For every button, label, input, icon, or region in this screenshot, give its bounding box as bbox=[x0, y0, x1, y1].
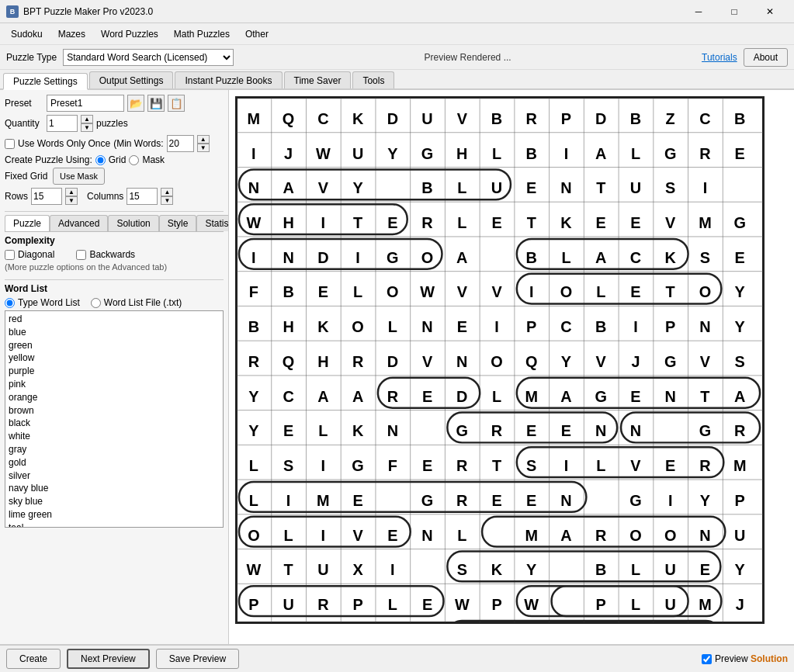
svg-text:R: R bbox=[387, 388, 398, 405]
quantity-spinner: ▲ ▼ bbox=[81, 115, 93, 132]
svg-text:Q: Q bbox=[283, 110, 294, 127]
quantity-down[interactable]: ▼ bbox=[81, 123, 93, 132]
svg-text:A: A bbox=[734, 388, 745, 405]
svg-text:Y: Y bbox=[561, 353, 571, 370]
radio-word-list-file[interactable] bbox=[91, 298, 101, 308]
backwards-checkbox[interactable] bbox=[76, 250, 86, 260]
quantity-row: Quantity ▲ ▼ puzzles bbox=[5, 115, 224, 132]
menu-sudoku[interactable]: Sudoku bbox=[3, 26, 50, 43]
svg-text:T: T bbox=[596, 179, 605, 196]
radio-type-word-list[interactable] bbox=[5, 298, 15, 308]
rows-down[interactable]: ▼ bbox=[65, 196, 78, 205]
use-words-only-once-checkbox[interactable] bbox=[5, 139, 15, 149]
radio-mask[interactable] bbox=[129, 155, 139, 165]
svg-text:L: L bbox=[284, 527, 293, 544]
word-list-box[interactable]: redbluegreenyellowpurplepinkorangebrownb… bbox=[5, 310, 224, 528]
puzzle-type-select[interactable]: Standard Word Search (Licensed) Premium … bbox=[63, 49, 234, 66]
rows-up[interactable]: ▲ bbox=[65, 188, 78, 196]
svg-text:N: N bbox=[560, 492, 571, 509]
create-puzzle-label: Create Puzzle Using: bbox=[5, 154, 92, 165]
svg-text:I: I bbox=[355, 249, 360, 266]
puzzles-label: puzzles bbox=[96, 118, 128, 129]
save-preview-button[interactable]: Save Preview bbox=[156, 649, 239, 669]
svg-text:Y: Y bbox=[735, 561, 745, 578]
about-button[interactable]: About bbox=[744, 48, 788, 67]
min-words-down[interactable]: ▼ bbox=[197, 144, 210, 152]
svg-text:E: E bbox=[422, 388, 432, 405]
svg-text:M: M bbox=[699, 214, 712, 231]
svg-text:P: P bbox=[248, 596, 258, 613]
tab-tools[interactable]: Tools bbox=[352, 71, 394, 88]
inner-tab-statistics[interactable]: Statistics bbox=[196, 215, 229, 231]
svg-text:U: U bbox=[283, 596, 293, 613]
radio-grid[interactable] bbox=[95, 155, 106, 165]
svg-text:I: I bbox=[494, 318, 499, 335]
maximize-button[interactable]: □ bbox=[716, 0, 752, 23]
columns-input[interactable] bbox=[127, 188, 158, 205]
toolbar: Puzzle Type Standard Word Search (Licens… bbox=[0, 45, 794, 70]
svg-text:G: G bbox=[629, 492, 641, 509]
preset-open-button[interactable]: 📂 bbox=[127, 95, 144, 112]
menu-mazes[interactable]: Mazes bbox=[50, 26, 93, 43]
quantity-label: Quantity bbox=[5, 118, 43, 129]
min-words-input[interactable] bbox=[167, 135, 194, 152]
tutorials-button[interactable]: Tutorials bbox=[702, 48, 737, 67]
word-list-item: blue bbox=[9, 326, 220, 339]
rows-input[interactable] bbox=[31, 188, 62, 205]
menu-word-puzzles[interactable]: Word Puzzles bbox=[93, 26, 166, 43]
quantity-input[interactable] bbox=[47, 115, 78, 132]
menu-math-puzzles[interactable]: Math Puzzles bbox=[166, 26, 238, 43]
diagonal-checkbox[interactable] bbox=[5, 250, 15, 260]
diagonal-row: Diagonal Backwards bbox=[5, 249, 224, 260]
use-words-only-once-label: Use Words Only Once bbox=[18, 138, 110, 149]
next-preview-button[interactable]: Next Preview bbox=[67, 649, 150, 669]
svg-text:V: V bbox=[422, 353, 433, 370]
svg-text:O: O bbox=[629, 527, 641, 544]
tab-puzzle-settings[interactable]: Puzzle Settings bbox=[3, 73, 88, 90]
svg-text:E: E bbox=[735, 249, 745, 266]
svg-text:A: A bbox=[560, 388, 571, 405]
svg-text:E: E bbox=[457, 318, 467, 335]
svg-text:P: P bbox=[352, 596, 362, 613]
inner-tab-advanced[interactable]: Advanced bbox=[50, 215, 108, 231]
preset-saveas-button[interactable]: 📋 bbox=[168, 95, 185, 112]
preview-solution-checkbox[interactable] bbox=[702, 654, 712, 664]
svg-text:O: O bbox=[699, 283, 711, 300]
tab-output-settings[interactable]: Output Settings bbox=[89, 71, 174, 88]
svg-text:E: E bbox=[630, 214, 640, 231]
columns-spinner: ▲ ▼ bbox=[161, 188, 173, 205]
minimize-button[interactable]: ─ bbox=[681, 0, 716, 23]
svg-text:K: K bbox=[665, 249, 677, 266]
svg-text:E: E bbox=[491, 214, 501, 231]
menubar: Sudoku Mazes Word Puzzles Math Puzzles O… bbox=[0, 23, 794, 45]
quantity-up[interactable]: ▲ bbox=[81, 115, 93, 123]
svg-text:O: O bbox=[560, 283, 572, 300]
tab-instant-puzzle-books[interactable]: Instant Puzzle Books bbox=[175, 71, 282, 88]
svg-text:A: A bbox=[283, 179, 293, 196]
svg-text:W: W bbox=[246, 214, 261, 231]
svg-rect-35 bbox=[447, 621, 720, 624]
close-button[interactable]: ✕ bbox=[752, 0, 788, 23]
inner-tab-style[interactable]: Style bbox=[159, 215, 197, 231]
min-words-label: (Min Words: bbox=[113, 138, 163, 149]
svg-text:Y: Y bbox=[248, 388, 258, 405]
create-button[interactable]: Create bbox=[6, 649, 61, 669]
svg-text:N: N bbox=[699, 527, 710, 544]
inner-tab-solution[interactable]: Solution bbox=[108, 215, 158, 231]
svg-text:N: N bbox=[595, 422, 606, 439]
columns-down[interactable]: ▼ bbox=[161, 196, 173, 205]
preset-input[interactable] bbox=[47, 95, 124, 112]
tab-time-saver[interactable]: Time Saver bbox=[284, 71, 352, 88]
menu-other[interactable]: Other bbox=[238, 26, 276, 43]
columns-up[interactable]: ▲ bbox=[161, 188, 173, 196]
preset-save-button[interactable]: 💾 bbox=[147, 95, 165, 112]
svg-text:I: I bbox=[703, 179, 708, 196]
svg-text:W: W bbox=[246, 561, 261, 578]
min-words-up[interactable]: ▲ bbox=[197, 135, 210, 144]
svg-text:U: U bbox=[491, 179, 502, 196]
word-list-item: silver bbox=[9, 469, 220, 483]
use-mask-button[interactable]: Use Mask bbox=[53, 168, 105, 185]
svg-text:G: G bbox=[456, 422, 468, 439]
word-list-item: purple bbox=[9, 365, 220, 378]
inner-tab-puzzle[interactable]: Puzzle bbox=[5, 215, 50, 231]
